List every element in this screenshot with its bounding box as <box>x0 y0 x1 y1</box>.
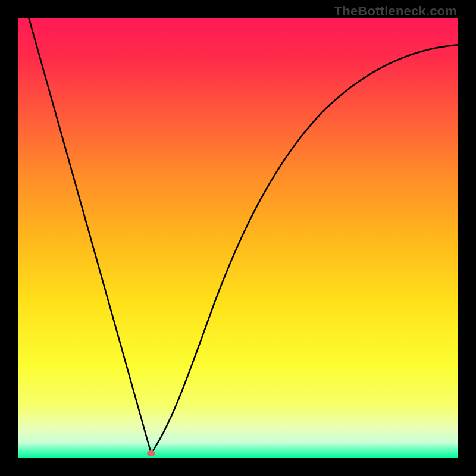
watermark-text: TheBottleneck.com <box>334 4 457 19</box>
bottleneck-curve-segment <box>151 45 458 453</box>
bottleneck-curve-segment <box>28 18 151 453</box>
curve-layer <box>18 18 458 458</box>
plot-area <box>18 18 458 458</box>
minimum-marker <box>147 450 155 456</box>
